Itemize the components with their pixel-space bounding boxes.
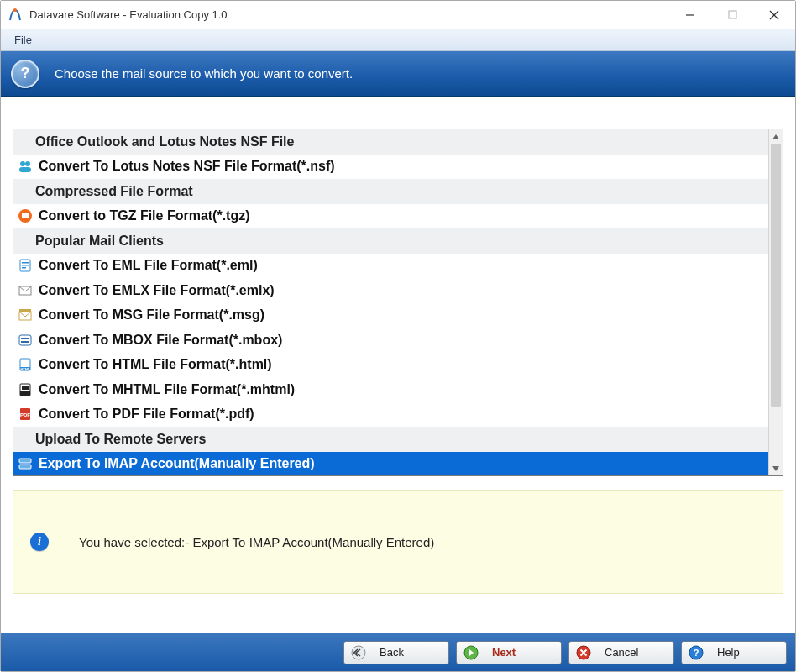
svg-rect-13 (22, 267, 26, 269)
list-item-label: Convert to TGZ File Format(*.tgz) (39, 208, 250, 223)
list-group-header: Upload To Remote Servers (13, 427, 768, 452)
list-item[interactable]: Convert To EML File Format(*.eml) (13, 254, 768, 279)
cancel-label: Cancel (605, 646, 667, 659)
svg-rect-2 (729, 11, 736, 18)
archive-icon (17, 207, 34, 224)
svg-text:?: ? (694, 648, 699, 658)
help-button-icon: ? (689, 645, 704, 660)
next-arrow-icon (463, 645, 479, 660)
list-group-header: Office Outlook and Lotus Notes NSF File (13, 129, 768, 155)
instruction-banner: ? Choose the mail source to which you wa… (1, 51, 795, 97)
back-label: Back (380, 646, 442, 659)
list-item[interactable]: Convert To MSG File Format(*.msg) (13, 303, 768, 328)
svg-rect-25 (22, 386, 29, 390)
window-title: Datavare Software - Evaluation Copy 1.0 (29, 8, 228, 21)
help-label: Help (717, 646, 779, 659)
list-item[interactable]: Convert To EMLX File Format(*.emlx) (13, 278, 768, 303)
wizard-footer: Back Next Cancel ? Help (1, 633, 795, 671)
info-prefix: You have selected:- (79, 535, 192, 549)
vertical-scrollbar[interactable] (768, 129, 783, 475)
svg-rect-16 (19, 309, 31, 312)
list-item[interactable]: PDFConvert To PDF File Format(*.pdf) (13, 402, 768, 428)
mhtml-icon (17, 381, 34, 398)
help-icon: ? (11, 60, 39, 88)
list-item-label: Convert To MSG File Format(*.msg) (39, 307, 264, 323)
svg-point-5 (20, 161, 25, 166)
app-icon (8, 8, 23, 23)
info-selection: Export To IMAP Account(Manually Entered) (192, 535, 434, 549)
svg-rect-18 (21, 338, 29, 339)
svg-rect-28 (19, 459, 31, 463)
app-window: Datavare Software - Evaluation Copy 1.0 … (0, 0, 796, 672)
svg-rect-9 (22, 213, 29, 218)
scroll-down-arrow[interactable] (769, 461, 783, 475)
titlebar: Datavare Software - Evaluation Copy 1.0 (1, 1, 795, 29)
svg-rect-7 (19, 167, 31, 172)
group-header-label: Compressed File Format (35, 184, 193, 199)
content-area: Office Outlook and Lotus Notes NSF FileC… (1, 97, 795, 633)
list-group-header: Compressed File Format (13, 179, 768, 204)
selection-info-text: You have selected:- Export To IMAP Accou… (79, 535, 434, 549)
list-item-label: Convert To EMLX File Format(*.emlx) (39, 283, 275, 298)
file-icon (17, 257, 34, 274)
scrollbar-thumb[interactable] (771, 144, 781, 407)
svg-rect-12 (22, 265, 29, 266)
svg-rect-29 (19, 465, 31, 469)
people-icon (17, 158, 34, 175)
scroll-up-arrow[interactable] (769, 129, 783, 144)
list-item-label: Export To IMAP Account(Manually Entered) (39, 456, 315, 471)
envelope-icon (17, 282, 34, 299)
group-header-label: Office Outlook and Lotus Notes NSF File (35, 134, 294, 150)
svg-rect-19 (21, 341, 29, 343)
format-listbox[interactable]: Office Outlook and Lotus Notes NSF FileC… (13, 129, 783, 476)
list-item-label: Convert To MHTML File Format(*.mhtml) (39, 382, 295, 397)
minimize-button[interactable] (669, 1, 711, 29)
menu-file[interactable]: File (8, 31, 39, 49)
next-button[interactable]: Next (456, 641, 562, 664)
back-button[interactable]: Back (343, 641, 449, 664)
html-icon: HTML (17, 356, 34, 373)
close-button[interactable] (753, 1, 795, 29)
list-inner: Office Outlook and Lotus Notes NSF FileC… (13, 129, 768, 475)
mbox-icon (17, 332, 34, 349)
cancel-button[interactable]: Cancel (568, 641, 674, 664)
list-item-label: Convert To Lotus Notes NSF File Format(*… (39, 159, 335, 174)
info-icon: i (30, 533, 49, 551)
svg-rect-11 (22, 262, 29, 264)
svg-rect-17 (19, 335, 31, 345)
list-item-label: Convert To HTML File Format(*.html) (39, 357, 272, 372)
list-item[interactable]: Export To IMAP Account(Manually Entered) (13, 452, 768, 476)
next-label: Next (492, 646, 554, 659)
svg-point-0 (13, 8, 17, 12)
back-arrow-icon (351, 645, 366, 660)
window-controls (669, 1, 795, 29)
menubar: File (1, 29, 795, 51)
svg-text:HTML: HTML (20, 367, 30, 371)
list-item-label: Convert To MBOX File Format(*.mbox) (39, 333, 282, 348)
maximize-button[interactable] (711, 1, 753, 29)
help-button[interactable]: ? Help (681, 641, 787, 664)
cancel-icon (576, 645, 591, 660)
server-icon (17, 455, 34, 472)
msg-icon (17, 307, 34, 323)
list-item[interactable]: HTMLConvert To HTML File Format(*.html) (13, 353, 768, 378)
list-item[interactable]: Convert To MHTML File Format(*.mhtml) (13, 377, 768, 402)
list-group-header: Popular Mail Clients (13, 228, 768, 254)
pdf-icon: PDF (17, 406, 34, 423)
list-item[interactable]: Convert To MBOX File Format(*.mbox) (13, 328, 768, 353)
list-item[interactable]: Convert To Lotus Notes NSF File Format(*… (13, 155, 768, 180)
selection-info-panel: i You have selected:- Export To IMAP Acc… (13, 490, 783, 594)
svg-text:PDF: PDF (20, 412, 30, 417)
list-item-label: Convert To PDF File Format(*.pdf) (39, 407, 254, 422)
banner-text: Choose the mail source to which you want… (55, 66, 353, 81)
list-item-label: Convert To EML File Format(*.eml) (39, 258, 258, 273)
group-header-label: Upload To Remote Servers (35, 432, 206, 447)
svg-rect-24 (20, 391, 30, 396)
list-item[interactable]: Convert to TGZ File Format(*.tgz) (13, 204, 768, 229)
group-header-label: Popular Mail Clients (35, 234, 164, 249)
svg-point-6 (25, 161, 30, 166)
